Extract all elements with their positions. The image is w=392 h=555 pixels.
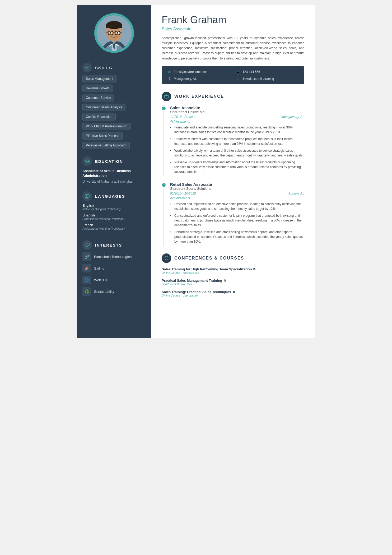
contact-location: 📍 Montgomery, AL — [167, 76, 230, 81]
interests-section-header: INTERESTS — [77, 235, 151, 252]
conferences-section: CONFERENCES & COURSES Sales Training for… — [162, 253, 304, 297]
edu-degree: Associate of Arts in Business Administra… — [82, 169, 146, 178]
job-location: Auburn, AL — [288, 192, 304, 195]
main-content: Frank Graham Sales Associate Accomplishe… — [151, 5, 315, 338]
contact-email: ✉ frank@novoresume.com — [167, 70, 230, 74]
email-value: frank@novoresume.com — [174, 70, 208, 74]
interest-icon: 🔗 — [82, 252, 91, 261]
conference-item: Sales Training: Practical Sales Techniqu… — [162, 290, 304, 297]
languages-list: English Native or Bilingual ProficiencyS… — [77, 204, 151, 235]
education-content: Associate of Arts in Business Administra… — [77, 169, 151, 187]
job-dot — [162, 183, 166, 187]
job-entry: Retail Sales Associate Storefront Sports… — [162, 182, 304, 246]
person-summary: Accomplished, growth-focused professiona… — [162, 36, 304, 61]
location-icon: 📍 — [167, 76, 172, 81]
conference-item: Sales Training for High Performing Team … — [162, 267, 304, 274]
language-item: French Professional Working Proficiency — [82, 223, 146, 230]
skill-tag: Sales Management — [82, 75, 116, 82]
skills-list: Sales ManagementRevenue GrowthCustomer S… — [77, 75, 151, 152]
skill-tag: Effective Sales Process — [82, 132, 123, 140]
conferences-icon — [162, 253, 171, 263]
external-link-icon: ⧉ — [253, 267, 255, 271]
job-dates: 11/2018 - Present — [170, 115, 195, 119]
person-name: Frank Graham — [162, 15, 304, 26]
work-experience-title: WORK EXPERIENCE — [174, 94, 224, 99]
conferences-header: CONFERENCES & COURSES — [162, 253, 304, 263]
skill-tag: Customer Needs Analysis — [82, 104, 125, 111]
languages-icon — [82, 191, 92, 201]
external-link-icon: ⧉ — [224, 279, 226, 282]
interests-section-title: INTERESTS — [95, 243, 122, 247]
interest-item: 🔗 Blockchain Technologies — [82, 252, 146, 261]
person-title: Sales Associate — [162, 27, 304, 31]
svg-rect-22 — [165, 95, 169, 98]
resume-container: SKILLS Sales ManagementRevenue GrowthCus… — [77, 5, 315, 338]
conference-sub: Online Course - udemy.com — [162, 294, 304, 297]
external-link-icon: ⧉ — [233, 290, 235, 294]
job-achievements-label: Achievements — [170, 120, 304, 123]
job-meta: 01/2015 - 10/2018 Auburn, AL — [170, 192, 304, 195]
language-level: Professional Working Proficiency — [82, 227, 146, 230]
languages-section-header: LANGUAGES — [77, 187, 151, 204]
job-achievements-label: Achievements — [170, 196, 304, 200]
job-location: Montgomery, AL — [281, 115, 304, 119]
job-bullet: Devised and implemented an effective sal… — [170, 202, 304, 211]
job-company: Storefront Sports Solutions — [170, 187, 304, 191]
avatar — [94, 13, 134, 53]
job-line — [164, 188, 164, 246]
education-section-title: EDUCATION — [95, 159, 123, 164]
skill-tag: Work Ethic & Professionalism — [82, 123, 131, 130]
contact-phone: 📱 123 444 555 — [236, 70, 299, 74]
job-entry: Sales Associate ShoPerfect Deluxe Mal 11… — [162, 105, 304, 176]
contact-bar: ✉ frank@novoresume.com 📱 123 444 555 📍 M… — [162, 66, 304, 84]
language-level: Native or Bilingual Proficiency — [82, 207, 146, 211]
skills-section-header: SKILLS — [77, 58, 151, 75]
contact-linkedin: in linkedin.com/in/frank.g — [236, 76, 299, 81]
job-bullet: Performed strategic upselling and cross-… — [170, 230, 304, 244]
job-timeline — [162, 105, 166, 176]
svg-point-17 — [110, 32, 111, 34]
conference-sub: ShoPerfect Deluxe Mall — [162, 283, 304, 286]
skill-tag: Conflict Resolution — [82, 113, 116, 121]
skills-icon — [82, 63, 92, 72]
skills-section-title: SKILLS — [95, 66, 112, 70]
interest-icon: ⛵ — [82, 264, 91, 272]
job-bullet: Formulate and execute compelling seasona… — [170, 125, 304, 135]
sidebar: SKILLS Sales ManagementRevenue GrowthCus… — [77, 5, 151, 338]
interest-label: Web 3.0 — [94, 278, 107, 282]
work-experience-section: WORK EXPERIENCE Sales Associate ShoPerfe… — [162, 92, 304, 246]
job-bullet: Work collaboratively with a team of 8 ot… — [170, 148, 304, 158]
job-bullet: Proactively interact with customers to r… — [170, 137, 304, 146]
conference-title: Sales Training for High Performing Team … — [162, 267, 304, 271]
skill-tag: Customer Service — [82, 94, 114, 101]
svg-rect-9 — [106, 25, 122, 28]
job-timeline — [162, 182, 166, 246]
interest-item: 🌐 Web 3.0 — [82, 276, 146, 284]
skill-tag: Persuasive Selling Approach — [82, 142, 130, 149]
job-bullets: Devised and implemented an effective sal… — [170, 202, 304, 244]
interests-icon — [82, 240, 92, 250]
job-company: ShoPerfect Deluxe Mal — [170, 110, 304, 114]
svg-point-18 — [117, 32, 118, 34]
interest-label: Blockchain Technologies — [94, 255, 132, 259]
linkedin-icon: in — [236, 76, 240, 81]
conference-title: Practical Sales Management Training ⧉ — [162, 279, 304, 283]
job-meta: 11/2018 - Present Montgomery, AL — [170, 115, 304, 119]
svg-point-20 — [87, 67, 88, 68]
language-name: English — [82, 204, 146, 207]
interests-list: 🔗 Blockchain Technologies⛵ Sailing🌐 Web … — [77, 252, 151, 302]
interest-icon: 🌐 — [82, 276, 91, 284]
interest-item: ⛵ Sailing — [82, 264, 146, 272]
interest-label: Sailing — [94, 266, 104, 270]
phone-icon: 📱 — [236, 70, 240, 74]
language-name: Spanish — [82, 213, 146, 217]
phone-value: 123 444 555 — [242, 70, 260, 74]
edu-school: University of Alabama at Birmingham — [82, 179, 146, 184]
conferences-title: CONFERENCES & COURSES — [174, 256, 244, 261]
job-bullet: Conceptualized and enforced a customer l… — [170, 213, 304, 228]
email-icon: ✉ — [167, 70, 172, 74]
job-bullet: Preserve up-to-date knowledge and inform… — [170, 160, 304, 174]
avatar-section — [77, 5, 151, 58]
linkedin-value: linkedin.com/in/frank.g — [242, 77, 274, 81]
language-item: Spanish Professional Working Proficiency — [82, 213, 146, 220]
